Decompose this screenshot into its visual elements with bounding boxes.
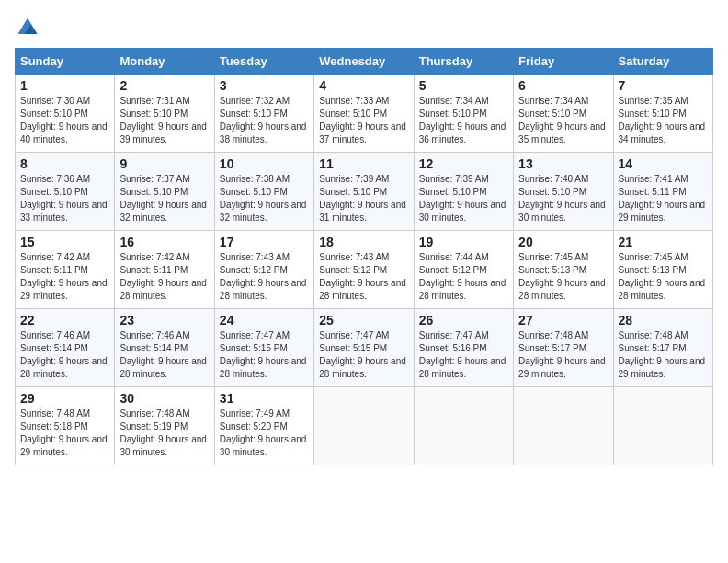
day-info: Sunrise: 7:48 AM Sunset: 5:17 PM Dayligh… xyxy=(619,329,708,381)
day-info: Sunrise: 7:43 AM Sunset: 5:12 PM Dayligh… xyxy=(319,251,408,303)
calendar-day-cell: 12 Sunrise: 7:39 AM Sunset: 5:10 PM Dayl… xyxy=(414,153,513,231)
day-number: 11 xyxy=(319,156,408,171)
calendar-week-row: 29 Sunrise: 7:48 AM Sunset: 5:18 PM Dayl… xyxy=(16,387,713,465)
calendar-day-cell: 1 Sunrise: 7:30 AM Sunset: 5:10 PM Dayli… xyxy=(16,75,115,153)
day-number: 28 xyxy=(619,313,708,327)
calendar-day-cell: 31 Sunrise: 7:49 AM Sunset: 5:20 PM Dayl… xyxy=(214,387,313,465)
calendar-day-cell: 8 Sunrise: 7:36 AM Sunset: 5:10 PM Dayli… xyxy=(16,153,115,231)
day-number: 24 xyxy=(220,313,309,327)
calendar-day-cell: 24 Sunrise: 7:47 AM Sunset: 5:15 PM Dayl… xyxy=(214,309,313,387)
day-number: 22 xyxy=(20,313,109,327)
calendar-day-cell: 29 Sunrise: 7:48 AM Sunset: 5:18 PM Dayl… xyxy=(16,387,115,465)
day-number: 7 xyxy=(619,78,708,93)
calendar-day-cell xyxy=(613,387,712,465)
day-number: 6 xyxy=(518,78,608,93)
calendar-day-cell: 18 Sunrise: 7:43 AM Sunset: 5:12 PM Dayl… xyxy=(314,231,414,309)
day-number: 5 xyxy=(419,78,508,93)
calendar-day-cell: 30 Sunrise: 7:48 AM Sunset: 5:19 PM Dayl… xyxy=(115,387,214,465)
day-number: 21 xyxy=(619,235,708,249)
calendar-day-cell: 17 Sunrise: 7:43 AM Sunset: 5:12 PM Dayl… xyxy=(214,231,313,309)
day-number: 30 xyxy=(119,391,209,406)
calendar-day-cell: 22 Sunrise: 7:46 AM Sunset: 5:14 PM Dayl… xyxy=(16,309,115,387)
weekday-header: Sunday xyxy=(16,49,115,75)
day-number: 4 xyxy=(319,78,408,93)
day-info: Sunrise: 7:39 AM Sunset: 5:10 PM Dayligh… xyxy=(419,173,508,224)
calendar-table: SundayMondayTuesdayWednesdayThursdayFrid… xyxy=(15,48,713,465)
logo xyxy=(15,15,44,40)
calendar-day-cell: 16 Sunrise: 7:42 AM Sunset: 5:11 PM Dayl… xyxy=(115,231,214,309)
calendar-day-cell: 20 Sunrise: 7:45 AM Sunset: 5:13 PM Dayl… xyxy=(514,231,613,309)
day-info: Sunrise: 7:34 AM Sunset: 5:10 PM Dayligh… xyxy=(518,95,608,146)
calendar-day-cell: 4 Sunrise: 7:33 AM Sunset: 5:10 PM Dayli… xyxy=(314,75,414,153)
day-number: 10 xyxy=(220,156,309,171)
day-number: 1 xyxy=(20,78,109,93)
weekday-header: Friday xyxy=(514,49,613,75)
day-number: 9 xyxy=(119,156,209,171)
calendar-day-cell: 14 Sunrise: 7:41 AM Sunset: 5:11 PM Dayl… xyxy=(613,153,712,231)
calendar-day-cell xyxy=(414,387,513,465)
day-info: Sunrise: 7:44 AM Sunset: 5:12 PM Dayligh… xyxy=(419,251,508,303)
calendar-day-cell: 7 Sunrise: 7:35 AM Sunset: 5:10 PM Dayli… xyxy=(613,75,712,153)
calendar-day-cell xyxy=(514,387,613,465)
calendar-week-row: 15 Sunrise: 7:42 AM Sunset: 5:11 PM Dayl… xyxy=(16,231,713,309)
day-info: Sunrise: 7:47 AM Sunset: 5:15 PM Dayligh… xyxy=(319,329,408,381)
day-info: Sunrise: 7:34 AM Sunset: 5:10 PM Dayligh… xyxy=(419,95,508,146)
day-number: 26 xyxy=(419,313,508,327)
day-number: 31 xyxy=(220,391,309,406)
day-number: 13 xyxy=(518,156,608,171)
day-number: 16 xyxy=(119,235,209,249)
day-number: 29 xyxy=(20,391,109,406)
weekday-header: Monday xyxy=(115,49,214,75)
day-number: 12 xyxy=(419,156,508,171)
day-info: Sunrise: 7:45 AM Sunset: 5:13 PM Dayligh… xyxy=(619,251,708,303)
calendar-week-row: 8 Sunrise: 7:36 AM Sunset: 5:10 PM Dayli… xyxy=(16,153,713,231)
calendar-day-cell: 23 Sunrise: 7:46 AM Sunset: 5:14 PM Dayl… xyxy=(115,309,214,387)
day-info: Sunrise: 7:46 AM Sunset: 5:14 PM Dayligh… xyxy=(20,329,109,381)
calendar-week-row: 22 Sunrise: 7:46 AM Sunset: 5:14 PM Dayl… xyxy=(16,309,713,387)
calendar-day-cell: 19 Sunrise: 7:44 AM Sunset: 5:12 PM Dayl… xyxy=(414,231,513,309)
day-info: Sunrise: 7:39 AM Sunset: 5:10 PM Dayligh… xyxy=(319,173,408,224)
day-number: 25 xyxy=(319,313,408,327)
calendar-week-row: 1 Sunrise: 7:30 AM Sunset: 5:10 PM Dayli… xyxy=(16,75,713,153)
day-info: Sunrise: 7:42 AM Sunset: 5:11 PM Dayligh… xyxy=(20,251,109,303)
day-info: Sunrise: 7:49 AM Sunset: 5:20 PM Dayligh… xyxy=(220,408,309,459)
calendar-day-cell: 28 Sunrise: 7:48 AM Sunset: 5:17 PM Dayl… xyxy=(613,309,712,387)
day-number: 15 xyxy=(20,235,109,249)
weekday-header: Thursday xyxy=(414,49,513,75)
calendar-day-cell: 6 Sunrise: 7:34 AM Sunset: 5:10 PM Dayli… xyxy=(514,75,613,153)
day-info: Sunrise: 7:37 AM Sunset: 5:10 PM Dayligh… xyxy=(119,173,209,224)
day-info: Sunrise: 7:41 AM Sunset: 5:11 PM Dayligh… xyxy=(619,173,708,224)
calendar-header-row: SundayMondayTuesdayWednesdayThursdayFrid… xyxy=(16,49,713,75)
calendar-day-cell xyxy=(314,387,414,465)
day-number: 19 xyxy=(419,235,508,249)
day-number: 27 xyxy=(518,313,608,327)
day-info: Sunrise: 7:47 AM Sunset: 5:16 PM Dayligh… xyxy=(419,329,508,381)
day-info: Sunrise: 7:31 AM Sunset: 5:10 PM Dayligh… xyxy=(119,95,209,146)
day-info: Sunrise: 7:32 AM Sunset: 5:10 PM Dayligh… xyxy=(220,95,309,146)
day-info: Sunrise: 7:48 AM Sunset: 5:17 PM Dayligh… xyxy=(518,329,608,381)
calendar-day-cell: 21 Sunrise: 7:45 AM Sunset: 5:13 PM Dayl… xyxy=(613,231,712,309)
day-number: 17 xyxy=(220,235,309,249)
day-number: 18 xyxy=(319,235,408,249)
day-info: Sunrise: 7:45 AM Sunset: 5:13 PM Dayligh… xyxy=(518,251,608,303)
calendar-day-cell: 25 Sunrise: 7:47 AM Sunset: 5:15 PM Dayl… xyxy=(314,309,414,387)
day-number: 14 xyxy=(619,156,708,171)
calendar-day-cell: 13 Sunrise: 7:40 AM Sunset: 5:10 PM Dayl… xyxy=(514,153,613,231)
calendar-day-cell: 9 Sunrise: 7:37 AM Sunset: 5:10 PM Dayli… xyxy=(115,153,214,231)
day-info: Sunrise: 7:48 AM Sunset: 5:18 PM Dayligh… xyxy=(20,408,109,459)
page-header xyxy=(15,15,713,40)
logo-icon xyxy=(15,15,40,40)
day-info: Sunrise: 7:43 AM Sunset: 5:12 PM Dayligh… xyxy=(220,251,309,303)
calendar-day-cell: 26 Sunrise: 7:47 AM Sunset: 5:16 PM Dayl… xyxy=(414,309,513,387)
day-number: 8 xyxy=(20,156,109,171)
weekday-header: Saturday xyxy=(613,49,712,75)
calendar-day-cell: 2 Sunrise: 7:31 AM Sunset: 5:10 PM Dayli… xyxy=(115,75,214,153)
calendar-day-cell: 10 Sunrise: 7:38 AM Sunset: 5:10 PM Dayl… xyxy=(214,153,313,231)
day-info: Sunrise: 7:33 AM Sunset: 5:10 PM Dayligh… xyxy=(319,95,408,146)
day-info: Sunrise: 7:40 AM Sunset: 5:10 PM Dayligh… xyxy=(518,173,608,224)
day-number: 23 xyxy=(119,313,209,327)
day-info: Sunrise: 7:30 AM Sunset: 5:10 PM Dayligh… xyxy=(20,95,109,146)
weekday-header: Wednesday xyxy=(314,49,414,75)
calendar-day-cell: 15 Sunrise: 7:42 AM Sunset: 5:11 PM Dayl… xyxy=(16,231,115,309)
day-info: Sunrise: 7:36 AM Sunset: 5:10 PM Dayligh… xyxy=(20,173,109,224)
